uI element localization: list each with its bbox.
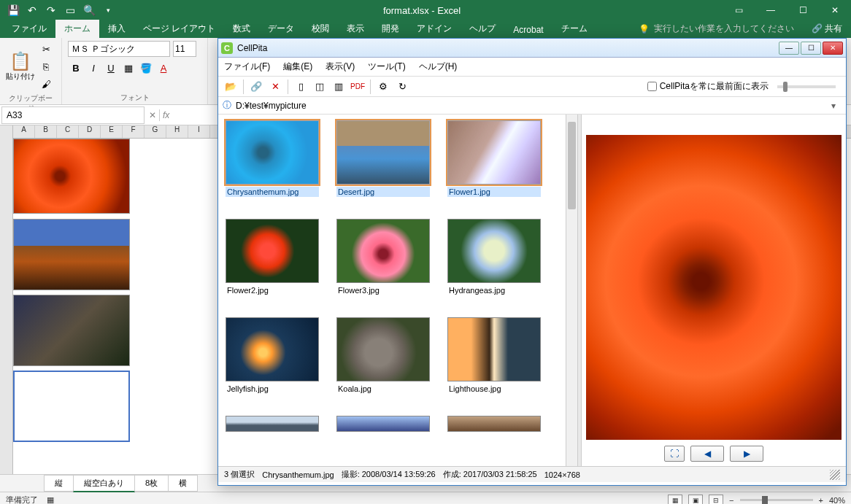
cp-maximize-button[interactable]: ☐ <box>801 42 821 55</box>
font-name-input[interactable] <box>68 41 170 57</box>
name-box[interactable] <box>1 106 145 124</box>
minimize-icon[interactable]: — <box>755 0 787 20</box>
col-header[interactable]: A <box>13 125 35 138</box>
italic-button[interactable]: I <box>85 60 101 76</box>
path-text[interactable]: D:¥test¥mypicture <box>236 101 827 111</box>
pdf-icon[interactable]: PDF <box>350 79 366 95</box>
folder-open-icon[interactable]: 📂 <box>223 79 239 95</box>
copy-icon[interactable]: ⎘ <box>38 58 54 74</box>
cancel-fx-icon[interactable]: ✕ <box>149 110 156 120</box>
embedded-image-3[interactable] <box>13 295 130 366</box>
thumbnail-image[interactable] <box>336 120 430 185</box>
row-headers[interactable] <box>0 125 13 474</box>
underline-button[interactable]: U <box>103 60 119 76</box>
thumbnail-item[interactable]: Hydrangeas.jpg <box>447 219 541 295</box>
format-painter-icon[interactable]: 🖌 <box>38 76 54 92</box>
view-normal-icon[interactable]: ▦ <box>668 495 682 505</box>
tab-view[interactable]: 表示 <box>338 20 373 38</box>
pin-checkbox[interactable] <box>647 82 657 91</box>
preview-icon[interactable]: 🔍 <box>80 2 98 18</box>
zoom-level[interactable]: 40% <box>829 496 845 505</box>
preview-image[interactable] <box>586 135 842 440</box>
col-header[interactable]: F <box>123 125 145 138</box>
menu-edit[interactable]: 編集(E) <box>283 61 312 73</box>
view-break-icon[interactable]: ⊟ <box>709 495 723 505</box>
thumbnail-image[interactable] <box>447 416 541 432</box>
tab-file[interactable]: ファイル <box>3 20 55 38</box>
thumbnail-item[interactable]: Chrysanthemum.jpg <box>226 120 319 197</box>
thumbnail-image[interactable] <box>447 317 541 381</box>
view-page-icon[interactable]: ▣ <box>688 495 703 505</box>
col-header[interactable]: C <box>57 125 79 138</box>
menu-help[interactable]: ヘルプ(H) <box>419 61 458 73</box>
embedded-image-2[interactable] <box>13 219 130 290</box>
bold-button[interactable]: B <box>68 60 84 76</box>
thumbnail-image[interactable] <box>226 416 319 432</box>
sheet-tab[interactable]: 8枚 <box>134 475 169 492</box>
path-dropdown-icon[interactable]: ▾ <box>831 101 842 111</box>
layout-grid-icon[interactable]: ▥ <box>331 79 347 95</box>
paste-button[interactable]: 📋 貼り付け <box>6 51 35 82</box>
refresh-icon[interactable]: ↻ <box>394 79 410 95</box>
layout-single-icon[interactable]: ▯ <box>293 79 309 95</box>
thumbnail-item[interactable] <box>336 416 430 432</box>
share-button[interactable]: 🔗 共有 <box>803 20 851 38</box>
qat-dropdown-icon[interactable]: ▾ <box>99 2 117 18</box>
tab-help[interactable]: ヘルプ <box>461 20 504 38</box>
sheet-tab[interactable]: 横 <box>168 475 198 492</box>
tab-home[interactable]: ホーム <box>55 20 99 38</box>
macro-icon[interactable]: ▦ <box>47 495 54 504</box>
cut-icon[interactable]: ✂ <box>38 41 54 57</box>
fit-button[interactable]: ⛶ <box>664 446 685 462</box>
tab-layout[interactable]: ページ レイアウト <box>134 20 224 38</box>
menu-tool[interactable]: ツール(T) <box>368 61 405 73</box>
settings-icon[interactable]: ⚙ <box>375 79 391 95</box>
tab-addin[interactable]: アドイン <box>408 20 461 38</box>
font-color-button[interactable]: A <box>155 60 172 76</box>
embedded-image-placeholder[interactable] <box>13 371 130 442</box>
menu-view[interactable]: 表示(V) <box>326 61 355 73</box>
prev-button[interactable]: ◀ <box>690 446 724 462</box>
cp-minimize-button[interactable]: — <box>779 42 799 55</box>
thumbnail-pane[interactable]: Chrysanthemum.jpgDesert.jpgFlower1.jpgFl… <box>218 115 566 466</box>
zoom-slider[interactable] <box>740 499 813 501</box>
thumbnail-image[interactable] <box>336 219 430 283</box>
thumbnail-item[interactable]: Flower2.jpg <box>226 219 319 295</box>
link-icon[interactable]: 🔗 <box>248 79 264 95</box>
border-button[interactable]: ▦ <box>120 60 136 76</box>
thumbnail-item[interactable]: Jellyfish.jpg <box>226 317 319 394</box>
thumbnail-image[interactable] <box>226 120 319 185</box>
undo-icon[interactable]: ↶ <box>23 2 41 18</box>
col-header[interactable]: H <box>166 125 188 138</box>
tab-acrobat[interactable]: Acrobat <box>504 22 552 38</box>
always-on-top-checkbox[interactable]: CellPitaを常に最前面に表示 <box>647 80 769 93</box>
ribbon-search[interactable]: 💡実行したい作業を入力してください <box>630 20 803 38</box>
col-header[interactable]: B <box>35 125 57 138</box>
zoom-out-button[interactable]: − <box>729 496 733 505</box>
resize-grip[interactable] <box>830 470 840 480</box>
close-icon[interactable]: ✕ <box>819 0 851 20</box>
thumbnail-image[interactable] <box>336 416 430 432</box>
thumb-size-slider[interactable] <box>777 85 836 88</box>
fx-icon[interactable]: fx <box>163 110 169 120</box>
ribbon-opts-icon[interactable]: ▭ <box>723 0 755 20</box>
embedded-image-1[interactable] <box>13 139 130 214</box>
thumbnail-image[interactable] <box>336 317 430 381</box>
thumbnail-item[interactable]: Flower1.jpg <box>447 120 541 197</box>
tab-insert[interactable]: 挿入 <box>99 20 134 38</box>
sheet-tab-active[interactable]: 縦空白あり <box>73 475 135 492</box>
zoom-in-button[interactable]: + <box>819 496 823 505</box>
sheet-tab[interactable]: 縦 <box>44 475 74 492</box>
thumbnail-image[interactable] <box>226 317 319 381</box>
col-header[interactable]: D <box>79 125 101 138</box>
thumbnail-image[interactable] <box>226 219 319 283</box>
thumbnail-item[interactable] <box>447 416 541 432</box>
tab-dev[interactable]: 開発 <box>373 20 408 38</box>
tab-team[interactable]: チーム <box>552 20 596 38</box>
thumbnail-image[interactable] <box>447 219 541 283</box>
new-icon[interactable]: ▭ <box>61 2 79 18</box>
col-header[interactable]: I <box>188 125 210 138</box>
thumbs-scrollbar[interactable] <box>566 115 577 466</box>
redo-icon[interactable]: ↷ <box>42 2 60 18</box>
save-icon[interactable]: 💾 <box>4 2 22 18</box>
